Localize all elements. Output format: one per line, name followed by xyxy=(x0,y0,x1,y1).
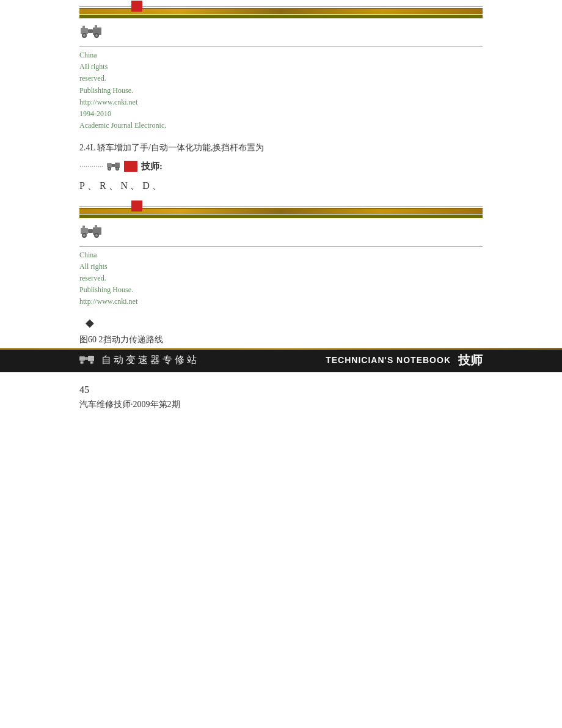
banner-tech-text: 技师 xyxy=(458,352,483,369)
meta-country-top: China xyxy=(79,50,483,61)
svg-point-5 xyxy=(83,34,86,37)
svg-rect-23 xyxy=(82,226,85,229)
gear-icon-second xyxy=(79,223,104,241)
header-bar-top xyxy=(79,6,483,18)
logo-second xyxy=(79,223,483,244)
prnds-text: P、R、N、D、 xyxy=(79,180,483,193)
second-section: China All rights reserved. Publishing Ho… xyxy=(0,200,562,308)
meta-rights1-second: All rights xyxy=(79,261,483,273)
page-number: 45 xyxy=(79,384,483,395)
meta-url-second: http://www.cnki.net xyxy=(79,296,483,307)
bottom-banner: 自 动 变 速 器 专 修 站 TECHNICIAN'S NOTEBOOK 技师 xyxy=(0,348,562,372)
meta-publisher-second: Publishing House. xyxy=(79,284,483,296)
olive-bar-second xyxy=(79,215,483,218)
journal-ref: 汽车维修技师·2009年第2期 xyxy=(79,399,483,410)
svg-rect-24 xyxy=(95,225,97,229)
svg-rect-25 xyxy=(79,356,85,361)
svg-rect-9 xyxy=(107,163,112,167)
svg-point-30 xyxy=(81,362,83,364)
svg-rect-8 xyxy=(95,25,97,29)
meta-rights2-top: reserved. xyxy=(79,73,483,84)
svg-rect-10 xyxy=(112,164,115,167)
red-square-marker-top xyxy=(131,1,142,12)
meta-rights2-second: reserved. xyxy=(79,273,483,284)
page-number-area: 45 汽车维修技师·2009年第2期 xyxy=(0,372,562,413)
svg-rect-26 xyxy=(85,357,88,360)
brand-gear-icon xyxy=(107,161,120,172)
banner-cn-text: 自 动 变 速 器 专 修 站 xyxy=(101,354,197,367)
meta-country-second: China xyxy=(79,249,483,261)
separator-line-top xyxy=(79,46,483,47)
separator-line-second xyxy=(79,246,483,247)
top-section: China AIl rights reserved. Publishing Ho… xyxy=(0,0,562,131)
meta-info-second: China All rights reserved. Publishing Ho… xyxy=(79,249,483,308)
svg-point-21 xyxy=(83,234,86,237)
svg-rect-1 xyxy=(88,29,93,33)
meta-journal-top: Academic Journal Electronic. xyxy=(79,120,483,131)
meta-info-top: China AIl rights reserved. Publishing Ho… xyxy=(79,50,483,131)
main-content: 2.4L 轿车增加了手/自动一体化功能,换挡杆布置为 ············ … xyxy=(0,140,562,192)
banner-en-text: TECHNICIAN'S NOTEBOOK xyxy=(326,355,451,365)
red-square-marker-second xyxy=(131,200,142,211)
svg-point-14 xyxy=(109,168,111,170)
header-bar-second xyxy=(79,206,483,218)
gear-icon-top xyxy=(79,23,104,42)
svg-point-22 xyxy=(95,234,98,237)
content-after-second: ◆ 图60 2挡动力传递路线 xyxy=(0,316,562,345)
brand-prefix: ············ xyxy=(79,161,103,171)
diamond-bullet: ◆ xyxy=(79,316,483,329)
meta-url-top: http://www.cnki.net xyxy=(79,97,483,108)
svg-rect-7 xyxy=(82,26,85,29)
svg-point-31 xyxy=(91,362,93,364)
logo-top xyxy=(79,23,483,44)
intro-text-container: 2.4L 轿车增加了手/自动一体化功能,换挡杆布置为 xyxy=(79,140,483,155)
intro-text: 2.4L 轿车增加了手/自动一体化功能,换挡杆布置为 xyxy=(79,143,264,152)
svg-point-15 xyxy=(117,168,119,170)
brand-label: 技师: xyxy=(141,161,162,172)
brand-red-square xyxy=(124,161,137,172)
svg-rect-27 xyxy=(88,356,94,361)
meta-rights1-top: AIl rights xyxy=(79,61,483,73)
svg-point-6 xyxy=(95,34,98,37)
svg-rect-17 xyxy=(88,229,93,233)
banner-gear-icon xyxy=(79,353,97,367)
meta-publisher-top: Publishing House. xyxy=(79,85,483,97)
page-container: China AIl rights reserved. Publishing Ho… xyxy=(0,0,562,728)
brand-row: ············ 技师: xyxy=(79,161,483,172)
figure-caption: 图60 2挡动力传递路线 xyxy=(79,334,483,345)
meta-years-top: 1994-2010 xyxy=(79,108,483,120)
olive-bar-top xyxy=(79,15,483,18)
